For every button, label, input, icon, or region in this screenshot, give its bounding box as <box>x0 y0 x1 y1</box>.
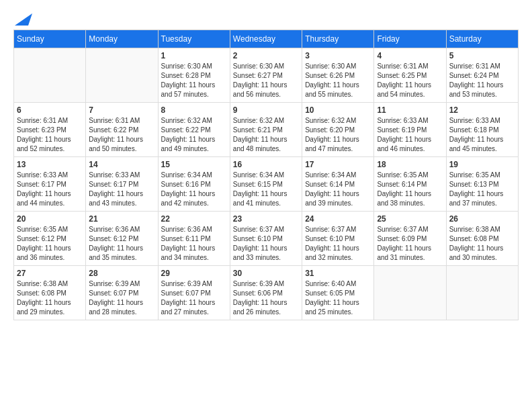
weekday-header-friday: Friday <box>374 30 446 48</box>
day-number: 3 <box>305 51 371 60</box>
day-number: 26 <box>449 214 515 224</box>
day-info: Sunrise: 6:35 AM Sunset: 6:14 PM Dayligh… <box>377 171 443 208</box>
calendar-cell: 17Sunrise: 6:34 AM Sunset: 6:14 PM Dayli… <box>302 157 374 212</box>
day-number: 2 <box>233 51 299 60</box>
day-info: Sunrise: 6:38 AM Sunset: 6:08 PM Dayligh… <box>17 279 83 317</box>
weekday-header-monday: Monday <box>86 30 158 48</box>
day-info: Sunrise: 6:31 AM Sunset: 6:24 PM Dayligh… <box>449 62 515 99</box>
calendar-cell <box>14 48 86 103</box>
day-info: Sunrise: 6:35 AM Sunset: 6:12 PM Dayligh… <box>17 225 83 263</box>
calendar-cell: 30Sunrise: 6:39 AM Sunset: 6:06 PM Dayli… <box>230 266 302 320</box>
calendar-cell: 2Sunrise: 6:30 AM Sunset: 6:27 PM Daylig… <box>230 48 302 103</box>
day-info: Sunrise: 6:36 AM Sunset: 6:11 PM Dayligh… <box>161 225 227 263</box>
calendar-cell: 13Sunrise: 6:33 AM Sunset: 6:17 PM Dayli… <box>14 157 86 212</box>
day-info: Sunrise: 6:30 AM Sunset: 6:27 PM Dayligh… <box>233 62 299 99</box>
day-info: Sunrise: 6:31 AM Sunset: 6:23 PM Dayligh… <box>17 116 83 154</box>
day-number: 23 <box>233 214 299 224</box>
day-number: 6 <box>17 105 83 115</box>
day-number: 1 <box>161 51 227 60</box>
day-info: Sunrise: 6:39 AM Sunset: 6:06 PM Dayligh… <box>233 279 299 317</box>
calendar-cell: 8Sunrise: 6:32 AM Sunset: 6:22 PM Daylig… <box>158 103 230 157</box>
day-number: 7 <box>89 105 154 115</box>
day-info: Sunrise: 6:37 AM Sunset: 6:09 PM Dayligh… <box>377 225 443 263</box>
calendar-table: SundayMondayTuesdayWednesdayThursdayFrid… <box>13 30 519 320</box>
weekday-header-tuesday: Tuesday <box>158 30 230 48</box>
day-info: Sunrise: 6:33 AM Sunset: 6:17 PM Dayligh… <box>17 171 83 208</box>
calendar-cell: 14Sunrise: 6:33 AM Sunset: 6:17 PM Dayli… <box>86 157 158 212</box>
calendar-cell: 4Sunrise: 6:31 AM Sunset: 6:25 PM Daylig… <box>374 48 446 103</box>
day-info: Sunrise: 6:35 AM Sunset: 6:13 PM Dayligh… <box>449 171 515 208</box>
day-info: Sunrise: 6:34 AM Sunset: 6:16 PM Dayligh… <box>161 171 227 208</box>
day-number: 24 <box>305 214 371 224</box>
weekday-header-sunday: Sunday <box>14 30 86 48</box>
svg-marker-0 <box>15 13 32 26</box>
day-number: 9 <box>233 105 299 115</box>
calendar-cell: 31Sunrise: 6:40 AM Sunset: 6:05 PM Dayli… <box>302 266 374 320</box>
calendar-week-row: 1Sunrise: 6:30 AM Sunset: 6:28 PM Daylig… <box>14 48 519 103</box>
logo-bird-icon <box>15 13 32 26</box>
weekday-header-thursday: Thursday <box>302 30 374 48</box>
day-number: 15 <box>161 160 227 169</box>
calendar-week-row: 20Sunrise: 6:35 AM Sunset: 6:12 PM Dayli… <box>14 212 519 266</box>
day-number: 11 <box>377 105 443 115</box>
day-number: 28 <box>89 269 154 278</box>
day-number: 5 <box>449 51 515 60</box>
calendar-cell <box>86 48 158 103</box>
day-number: 27 <box>17 269 83 278</box>
day-info: Sunrise: 6:37 AM Sunset: 6:10 PM Dayligh… <box>305 225 371 263</box>
day-info: Sunrise: 6:33 AM Sunset: 6:17 PM Dayligh… <box>89 171 154 208</box>
calendar-cell: 19Sunrise: 6:35 AM Sunset: 6:13 PM Dayli… <box>446 157 518 212</box>
calendar-cell: 18Sunrise: 6:35 AM Sunset: 6:14 PM Dayli… <box>374 157 446 212</box>
day-number: 29 <box>161 269 227 278</box>
day-info: Sunrise: 6:37 AM Sunset: 6:10 PM Dayligh… <box>233 225 299 263</box>
calendar-cell: 3Sunrise: 6:30 AM Sunset: 6:26 PM Daylig… <box>302 48 374 103</box>
day-info: Sunrise: 6:33 AM Sunset: 6:18 PM Dayligh… <box>449 116 515 154</box>
calendar-cell: 27Sunrise: 6:38 AM Sunset: 6:08 PM Dayli… <box>14 266 86 320</box>
day-number: 13 <box>17 160 83 169</box>
day-number: 31 <box>305 269 371 278</box>
weekday-header-wednesday: Wednesday <box>230 30 302 48</box>
calendar-cell: 26Sunrise: 6:38 AM Sunset: 6:08 PM Dayli… <box>446 212 518 266</box>
calendar-cell: 15Sunrise: 6:34 AM Sunset: 6:16 PM Dayli… <box>158 157 230 212</box>
calendar-week-row: 6Sunrise: 6:31 AM Sunset: 6:23 PM Daylig… <box>14 103 519 157</box>
day-number: 18 <box>377 160 443 169</box>
day-number: 10 <box>305 105 371 115</box>
calendar-cell: 20Sunrise: 6:35 AM Sunset: 6:12 PM Dayli… <box>14 212 86 266</box>
page-header <box>13 13 519 23</box>
day-info: Sunrise: 6:32 AM Sunset: 6:21 PM Dayligh… <box>233 116 299 154</box>
day-info: Sunrise: 6:33 AM Sunset: 6:19 PM Dayligh… <box>377 116 443 154</box>
calendar-cell <box>446 266 518 320</box>
day-info: Sunrise: 6:31 AM Sunset: 6:25 PM Dayligh… <box>377 62 443 99</box>
weekday-header-saturday: Saturday <box>446 30 518 48</box>
calendar-cell: 10Sunrise: 6:32 AM Sunset: 6:20 PM Dayli… <box>302 103 374 157</box>
day-number: 16 <box>233 160 299 169</box>
day-info: Sunrise: 6:36 AM Sunset: 6:12 PM Dayligh… <box>89 225 154 263</box>
calendar-cell: 12Sunrise: 6:33 AM Sunset: 6:18 PM Dayli… <box>446 103 518 157</box>
day-number: 14 <box>89 160 154 169</box>
day-number: 22 <box>161 214 227 224</box>
day-number: 4 <box>377 51 443 60</box>
day-number: 30 <box>233 269 299 278</box>
day-info: Sunrise: 6:34 AM Sunset: 6:15 PM Dayligh… <box>233 171 299 208</box>
calendar-cell: 7Sunrise: 6:31 AM Sunset: 6:22 PM Daylig… <box>86 103 158 157</box>
day-info: Sunrise: 6:34 AM Sunset: 6:14 PM Dayligh… <box>305 171 371 208</box>
calendar-cell: 1Sunrise: 6:30 AM Sunset: 6:28 PM Daylig… <box>158 48 230 103</box>
calendar-cell: 5Sunrise: 6:31 AM Sunset: 6:24 PM Daylig… <box>446 48 518 103</box>
day-number: 25 <box>377 214 443 224</box>
day-number: 17 <box>305 160 371 169</box>
calendar-cell: 28Sunrise: 6:39 AM Sunset: 6:07 PM Dayli… <box>86 266 158 320</box>
day-number: 19 <box>449 160 515 169</box>
day-number: 8 <box>161 105 227 115</box>
calendar-cell: 24Sunrise: 6:37 AM Sunset: 6:10 PM Dayli… <box>302 212 374 266</box>
logo <box>13 13 34 23</box>
day-number: 21 <box>89 214 154 224</box>
day-info: Sunrise: 6:39 AM Sunset: 6:07 PM Dayligh… <box>161 279 227 317</box>
day-info: Sunrise: 6:39 AM Sunset: 6:07 PM Dayligh… <box>89 279 154 317</box>
calendar-cell: 23Sunrise: 6:37 AM Sunset: 6:10 PM Dayli… <box>230 212 302 266</box>
day-info: Sunrise: 6:32 AM Sunset: 6:20 PM Dayligh… <box>305 116 371 154</box>
calendar-cell: 21Sunrise: 6:36 AM Sunset: 6:12 PM Dayli… <box>86 212 158 266</box>
day-info: Sunrise: 6:32 AM Sunset: 6:22 PM Dayligh… <box>161 116 227 154</box>
calendar-cell <box>374 266 446 320</box>
day-info: Sunrise: 6:30 AM Sunset: 6:28 PM Dayligh… <box>161 62 227 99</box>
day-info: Sunrise: 6:38 AM Sunset: 6:08 PM Dayligh… <box>449 225 515 263</box>
